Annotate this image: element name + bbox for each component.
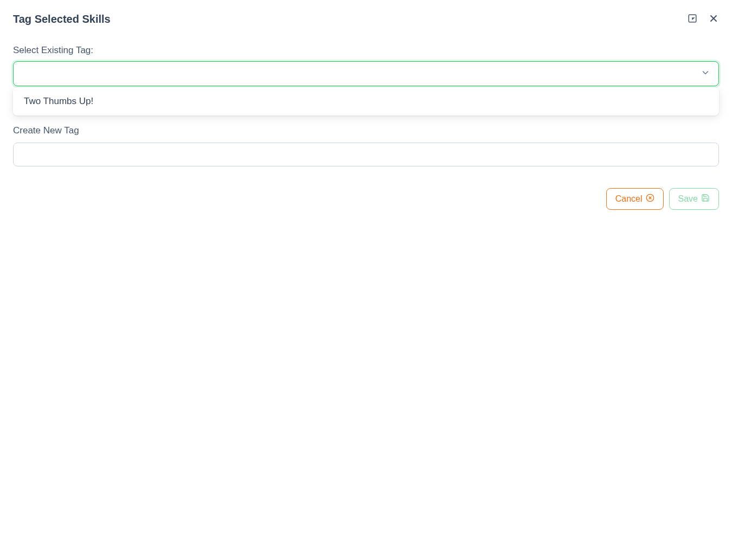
dropdown-option[interactable]: Two Thumbs Up! (13, 91, 719, 112)
save-floppy-icon (701, 194, 710, 204)
tag-dropdown-list: Two Thumbs Up! (13, 87, 719, 115)
tag-select-input[interactable] (13, 61, 719, 86)
button-row: Cancel Save (13, 188, 719, 210)
create-new-tag-label: Create New Tag (13, 125, 719, 136)
cancel-button[interactable]: Cancel (606, 188, 664, 210)
save-button[interactable]: Save (669, 188, 719, 210)
cancel-button-label: Cancel (615, 194, 643, 204)
select-existing-tag-group: Select Existing Tag: Two Thumbs Up! (13, 45, 719, 86)
shrink-button[interactable] (688, 14, 697, 25)
shrink-icon (688, 14, 697, 25)
header-icons (688, 13, 719, 25)
create-new-tag-group: Create New Tag (13, 125, 719, 166)
cancel-circle-x-icon (646, 194, 654, 204)
save-button-label: Save (678, 194, 698, 204)
tag-skills-modal: Tag Selected Skills (0, 0, 732, 560)
modal-title: Tag Selected Skills (13, 13, 111, 25)
close-icon (708, 13, 719, 25)
modal-header: Tag Selected Skills (13, 13, 719, 25)
create-new-tag-input[interactable] (13, 143, 719, 166)
select-existing-tag-label: Select Existing Tag: (13, 45, 719, 56)
select-wrapper: Two Thumbs Up! (13, 61, 719, 86)
close-button[interactable] (708, 13, 719, 25)
